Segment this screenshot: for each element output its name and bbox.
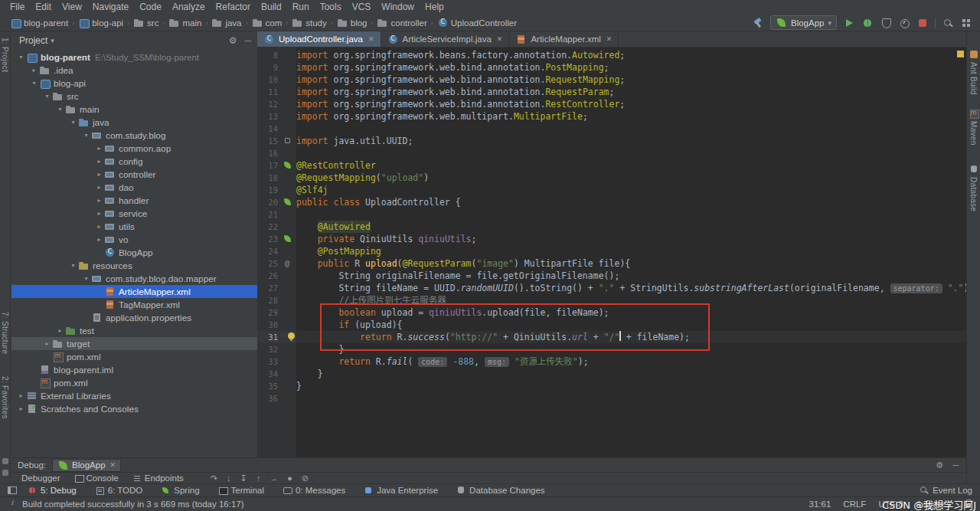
tree-item-application-properties[interactable]: application.properties [11, 311, 257, 324]
expand-arrow[interactable]: ▾ [42, 93, 52, 100]
expand-arrow[interactable]: ▾ [55, 106, 65, 113]
menu-item-file[interactable]: File [5, 0, 30, 15]
code-line[interactable]: 25 public R upload(@RequestParam("image"… [257, 257, 966, 270]
breadcrumb-item-main[interactable]: main [168, 18, 202, 28]
at-icon[interactable] [285, 257, 289, 270]
tool-stripe-ant-build[interactable]: Ant Build [969, 50, 978, 95]
tool-stripe-database[interactable]: Database [969, 165, 978, 211]
bean-icon[interactable] [284, 198, 291, 205]
editor-tab-articleserviceimpl-java[interactable]: ArticleServiceImpl.java✕ [381, 31, 510, 47]
debug-tab-debugger[interactable]: Debugger [15, 473, 67, 483]
step-over-icon[interactable]: ↷ [211, 473, 217, 483]
tool-window-spring[interactable]: Spring [161, 486, 199, 495]
breadcrumb-item-src[interactable]: src [132, 18, 159, 28]
expand-arrow[interactable]: ▸ [94, 158, 104, 165]
tree-item-vo[interactable]: ▸vo [11, 233, 257, 246]
tree-item-target[interactable]: ▸target [11, 337, 257, 350]
build-hammer-icon[interactable] [752, 17, 764, 29]
code-line[interactable]: 34 } [257, 368, 966, 380]
expand-arrow[interactable]: ▸ [94, 210, 104, 217]
code-line[interactable]: 14 [257, 123, 966, 135]
editor-tab-articlemapper-xml[interactable]: ArticleMapper.xml✕ [509, 31, 619, 47]
code-line[interactable]: 24 @PostMapping [257, 245, 966, 257]
tree-item-idea[interactable]: ▸.idea [11, 64, 257, 77]
expand-arrow[interactable]: ▸ [94, 145, 104, 152]
project-view-selector[interactable]: Project ▾ [19, 35, 54, 46]
caret-position[interactable]: 31:61 [809, 500, 831, 509]
code-line[interactable]: 19@Slf4j [257, 184, 966, 196]
tree-item-resources[interactable]: ▾resources [11, 259, 257, 272]
run-to-cursor-icon[interactable]: → [270, 473, 278, 483]
step-out-icon[interactable]: ↑ [256, 473, 261, 483]
expand-arrow[interactable]: ▸ [94, 236, 104, 243]
code-line[interactable]: 15import java.util.UUID; [257, 135, 966, 147]
menu-item-help[interactable]: Help [420, 0, 449, 15]
expand-arrow[interactable]: ▾ [29, 80, 39, 87]
breadcrumb-item-study[interactable]: study [291, 18, 328, 28]
mark-icon[interactable] [285, 138, 290, 143]
tree-item-blog-parent[interactable]: ▾blog-parentE:\Study_SSM\blog-parent [11, 51, 257, 64]
tree-item-config[interactable]: ▸config [11, 155, 257, 168]
menu-item-analyze[interactable]: Analyze [167, 0, 211, 15]
tool-window-button-icon[interactable] [2, 458, 8, 464]
code-line[interactable]: 22 @Autowired [257, 221, 966, 233]
tool-stripe-maven[interactable]: Maven [969, 109, 978, 146]
settings-gear-icon[interactable]: ⚙ [936, 460, 943, 470]
code-line[interactable]: 23 private QiniuUtils qiniuUtils; [257, 233, 966, 245]
breadcrumb-item-controller[interactable]: controller [376, 18, 427, 28]
breadcrumb-item-com[interactable]: com [251, 18, 283, 28]
tree-item-src[interactable]: ▾src [11, 90, 257, 103]
menu-item-window[interactable]: Window [376, 0, 420, 15]
tree-item-pom-xml[interactable]: pom.xml [11, 350, 257, 363]
breadcrumb-item-blog-api[interactable]: blog-api [77, 18, 124, 28]
run-config-select[interactable]: BlogApp ▾ [770, 15, 837, 30]
menu-item-build[interactable]: Build [256, 0, 287, 15]
code-line[interactable]: 20public class UploadController { [257, 196, 966, 208]
run-button[interactable] [843, 17, 855, 29]
profiler-button[interactable] [898, 17, 910, 29]
expand-arrow[interactable]: ▸ [55, 327, 65, 334]
menu-item-run[interactable]: Run [287, 0, 315, 15]
bean-icon[interactable] [284, 235, 291, 242]
expand-arrow[interactable]: ▸ [16, 392, 26, 399]
code-line[interactable]: 21 [257, 208, 966, 221]
tree-item-blog-api[interactable]: ▾blog-api [11, 77, 257, 90]
force-step-into-icon[interactable]: ↧ [240, 473, 247, 483]
tool-window-terminal[interactable]: Terminal [218, 486, 264, 495]
tree-item-com-study-blog-dao-mapper[interactable]: ▾com.study.blog.dao.mapper [11, 272, 257, 285]
menu-item-navigate[interactable]: Navigate [87, 0, 134, 15]
code-line[interactable]: 10import org.springframework.web.bind.an… [257, 74, 966, 86]
breadcrumb-item-java[interactable]: java [211, 18, 242, 28]
tree-item-utils[interactable]: ▸utils [11, 220, 257, 233]
tree-item-com-study-blog[interactable]: ▾com.study.blog [11, 129, 257, 142]
stop-button[interactable] [916, 17, 929, 29]
line-separator[interactable]: CRLF [843, 500, 866, 509]
expand-arrow[interactable]: ▾ [16, 54, 26, 61]
step-into-icon[interactable]: ↓ [227, 473, 231, 483]
code-line[interactable]: 31 return R.success("http://" + QiniuUti… [257, 331, 966, 343]
tool-stripe-7-structure[interactable]: 7: Structure [1, 312, 9, 354]
expand-arrow[interactable]: ▸ [94, 184, 104, 191]
menu-item-edit[interactable]: Edit [30, 0, 57, 15]
breadcrumb-item-blog-parent[interactable]: blog-parent [9, 18, 69, 28]
code-editor[interactable]: 8import org.springframework.beans.factor… [257, 47, 966, 457]
hide-panel-icon[interactable]: ─ [244, 35, 251, 46]
code-line[interactable]: 28 //上传图片到七牛云服务器 [257, 294, 966, 306]
code-line[interactable]: 29 boolean upload = qiniuUtils.upload(fi… [257, 306, 966, 319]
code-line[interactable]: 13import org.springframework.web.multipa… [257, 110, 966, 123]
tree-item-blogapp[interactable]: BlogApp [11, 246, 257, 259]
code-line[interactable]: 35} [257, 380, 966, 392]
tree-item-test[interactable]: ▸test [11, 324, 257, 337]
code-line[interactable]: 17@RestController [257, 159, 966, 172]
expand-arrow[interactable]: ▸ [94, 197, 104, 204]
code-line[interactable]: 12import org.springframework.web.bind.an… [257, 98, 966, 110]
code-line[interactable]: 18@RequestMapping("upload") [257, 172, 966, 184]
error-stripe-mark[interactable] [957, 51, 964, 57]
tree-item-handler[interactable]: ▸handler [11, 194, 257, 207]
expand-arrow[interactable]: ▾ [68, 119, 78, 126]
tree-item-scratches-and-consoles[interactable]: ▸Scratches and Consoles [11, 402, 257, 415]
tree-item-common-aop[interactable]: ▸common.aop [11, 142, 257, 155]
expand-arrow[interactable]: ▸ [94, 223, 104, 230]
tree-item-main[interactable]: ▾main [11, 103, 257, 116]
menu-item-view[interactable]: View [57, 0, 87, 15]
